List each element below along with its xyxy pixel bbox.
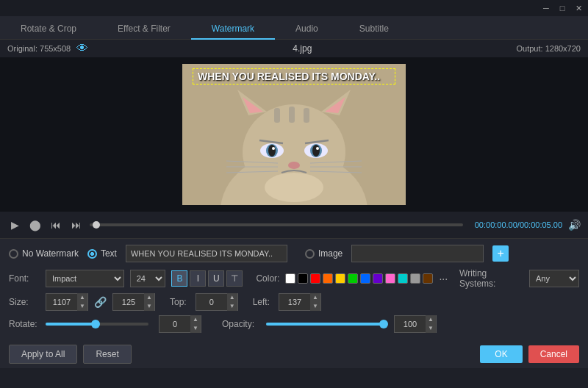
- apply-to-all-button[interactable]: Apply to All: [9, 345, 77, 364]
- watermark-type-row: No Watermark Text Image +: [9, 245, 579, 262]
- height-spinbox[interactable]: ▲ ▼: [112, 293, 155, 311]
- play-button[interactable]: ▶: [7, 219, 22, 231]
- width-up-btn[interactable]: ▲: [77, 293, 87, 302]
- ok-button[interactable]: OK: [480, 345, 522, 363]
- bold-button[interactable]: B: [171, 270, 187, 287]
- bottom-right-buttons: OK Cancel: [480, 345, 579, 363]
- no-watermark-option[interactable]: No Watermark: [9, 248, 79, 259]
- width-spinbox[interactable]: ▲ ▼: [46, 293, 88, 311]
- left-label: Left:: [253, 297, 270, 307]
- link-icon[interactable]: 🔗: [94, 296, 107, 308]
- size-row: Size: ▲ ▼ 🔗 ▲ ▼ Top: ▲ ▼ Left:: [9, 293, 579, 311]
- text-radio[interactable]: [87, 249, 97, 259]
- rotate-up-btn[interactable]: ▲: [190, 315, 201, 324]
- tab-audio[interactable]: Audio: [275, 19, 339, 40]
- color-swatch-0[interactable]: [285, 273, 295, 284]
- preview-area: WHEN YOU REALISED ITS MONDAY..: [0, 57, 588, 212]
- minimize-button[interactable]: ─: [541, 3, 551, 13]
- cancel-button[interactable]: Cancel: [528, 345, 579, 363]
- text-radio-label: Text: [101, 248, 117, 259]
- height-up-btn[interactable]: ▲: [144, 293, 154, 302]
- color-swatch-6[interactable]: [360, 273, 370, 284]
- rotate-label: Rotate:: [9, 319, 40, 329]
- watermark-text-input[interactable]: [126, 245, 287, 262]
- preview-container: WHEN YOU REALISED ITS MONDAY..: [182, 64, 406, 205]
- top-label: Top:: [170, 297, 187, 307]
- color-swatch-4[interactable]: [335, 273, 345, 284]
- width-down-btn[interactable]: ▼: [77, 302, 87, 311]
- writing-systems-select[interactable]: Any: [529, 270, 579, 287]
- opacity-up-btn[interactable]: ▲: [426, 315, 436, 324]
- opacity-slider-track[interactable]: [266, 323, 384, 326]
- format-buttons: B I U ⊤: [171, 270, 243, 287]
- color-swatch-5[interactable]: [348, 273, 358, 284]
- underline-button[interactable]: U: [208, 270, 224, 287]
- color-swatch-3[interactable]: [323, 273, 333, 284]
- image-watermark-option[interactable]: Image: [305, 248, 343, 259]
- no-watermark-radio[interactable]: [9, 249, 18, 259]
- svg-point-27: [265, 173, 323, 202]
- image-radio[interactable]: [305, 249, 315, 259]
- rotate-slider-thumb[interactable]: [91, 320, 100, 328]
- width-input[interactable]: [46, 298, 77, 306]
- image-path-input[interactable]: [351, 245, 484, 262]
- tab-effect-filter[interactable]: Effect & Filter: [97, 19, 191, 40]
- more-colors-icon[interactable]: ···: [439, 273, 448, 284]
- top-up-btn[interactable]: ▲: [227, 293, 237, 302]
- media-info-bar: Original: 755x508 👁 4.jpg Output: 1280x7…: [0, 40, 588, 57]
- tab-watermark[interactable]: Watermark: [191, 19, 275, 40]
- prev-button[interactable]: ⏮: [49, 219, 63, 231]
- original-size: Original: 755x508: [7, 44, 71, 53]
- font-size-select[interactable]: 24: [130, 270, 166, 287]
- preview-toggle-icon[interactable]: 👁: [76, 42, 88, 55]
- height-input[interactable]: [113, 298, 144, 306]
- image-radio-label: Image: [318, 248, 343, 259]
- opacity-spinbox[interactable]: ▲ ▼: [394, 315, 437, 333]
- left-spinbox[interactable]: ▲ ▼: [279, 293, 321, 311]
- top-spinbox[interactable]: ▲ ▼: [196, 293, 238, 311]
- rotate-spinbox[interactable]: ▲ ▼: [159, 315, 201, 333]
- maximize-button[interactable]: □: [557, 3, 567, 13]
- color-swatch-2[interactable]: [310, 273, 320, 284]
- color-swatch-1[interactable]: [298, 273, 308, 284]
- tab-subtitle[interactable]: Subtitle: [339, 19, 409, 40]
- color-swatch-7[interactable]: [373, 273, 383, 284]
- color-swatch-8[interactable]: [385, 273, 395, 284]
- top-down-btn[interactable]: ▼: [227, 302, 237, 311]
- reset-button[interactable]: Reset: [83, 345, 131, 364]
- tab-rotate-crop[interactable]: Rotate & Crop: [0, 19, 97, 40]
- strikethrough-button[interactable]: ⊤: [226, 270, 243, 287]
- svg-rect-9: [304, 108, 309, 123]
- italic-button[interactable]: I: [190, 270, 206, 287]
- progress-thumb[interactable]: [93, 221, 100, 229]
- next-button[interactable]: ⏭: [69, 219, 84, 231]
- left-down-btn[interactable]: ▼: [310, 302, 320, 311]
- opacity-input[interactable]: [395, 320, 426, 328]
- left-up-btn[interactable]: ▲: [310, 293, 320, 302]
- color-swatch-10[interactable]: [410, 273, 420, 284]
- left-input[interactable]: [279, 298, 310, 306]
- add-image-button[interactable]: +: [492, 245, 509, 262]
- color-swatches: [285, 273, 433, 284]
- stop-button[interactable]: ⬤: [28, 219, 43, 231]
- opacity-slider-fill: [266, 323, 384, 326]
- opacity-down-btn[interactable]: ▼: [426, 324, 436, 333]
- color-swatch-11[interactable]: [423, 273, 433, 284]
- controls-section: No Watermark Text Image + Font: Impact 2…: [0, 238, 588, 340]
- close-button[interactable]: ✕: [573, 3, 584, 13]
- rotate-down-btn[interactable]: ▼: [190, 324, 201, 333]
- font-select[interactable]: Impact: [46, 270, 124, 287]
- font-row: Font: Impact 24 B I U ⊤ Color: ··· Writi…: [9, 268, 579, 289]
- rotate-input[interactable]: [159, 320, 190, 328]
- top-input[interactable]: [196, 298, 227, 306]
- watermark-text-overlay: WHEN YOU REALISED ITS MONDAY..: [193, 68, 395, 85]
- rotate-slider-track[interactable]: [46, 323, 148, 326]
- height-down-btn[interactable]: ▼: [144, 302, 154, 311]
- text-watermark-option[interactable]: Text: [87, 248, 117, 259]
- bottom-bar: Apply to All Reset OK Cancel: [0, 340, 588, 368]
- opacity-slider-thumb[interactable]: [379, 320, 388, 328]
- color-label: Color:: [256, 273, 279, 284]
- color-swatch-9[interactable]: [398, 273, 408, 284]
- volume-icon[interactable]: 🔊: [568, 219, 581, 231]
- progress-track[interactable]: [90, 223, 463, 226]
